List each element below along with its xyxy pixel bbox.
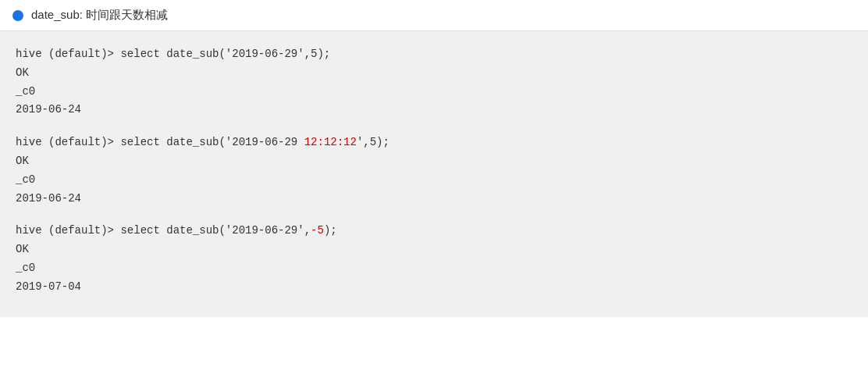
code-line: OK [16,152,852,171]
code-line: OK [16,241,852,259]
code-block-1: hive (default)> select date_sub('2019-06… [16,45,852,119]
code-line: hive (default)> select date_sub('2019-06… [16,134,852,152]
code-line: OK [16,64,852,83]
header: date_sub: 时间跟天数相减 [0,0,868,31]
code-line: hive (default)> select date_sub('2019-06… [16,45,852,64]
code-block-2: hive (default)> select date_sub('2019-06… [16,134,852,208]
code-line: hive (default)> select date_sub('2019-06… [16,222,852,241]
code-block-3: hive (default)> select date_sub('2019-06… [16,222,852,296]
code-line: 2019-06-24 [16,190,852,208]
code-line: _c0 [16,83,852,102]
code-area: hive (default)> select date_sub('2019-06… [0,31,868,317]
info-circle-icon [12,10,23,21]
header-text: date_sub: 时间跟天数相减 [31,8,168,23]
code-line: 2019-07-04 [16,278,852,297]
code-line: _c0 [16,171,852,190]
code-line: 2019-06-24 [16,101,852,119]
code-line: _c0 [16,259,852,278]
